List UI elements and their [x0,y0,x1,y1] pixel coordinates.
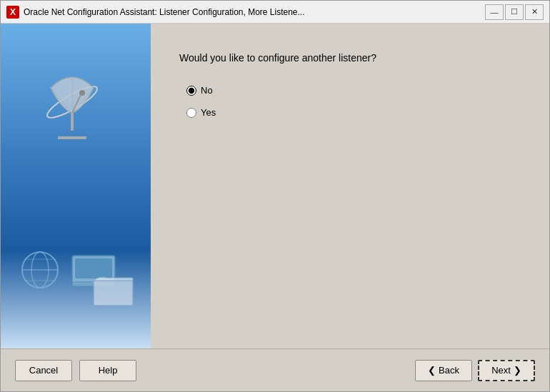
no-radio[interactable] [186,86,196,96]
footer-right-buttons: ❮ Back Next ❯ [415,360,535,381]
satellite-dish-illustration [29,59,122,152]
window-controls: — ☐ ✕ [485,4,544,20]
svg-rect-16 [75,258,112,278]
illustration-panel [1,24,151,348]
help-button[interactable]: Help [79,360,136,381]
content-area: Would you like to configure another list… [1,24,549,348]
next-button[interactable]: Next ❯ [478,360,535,381]
next-label: Next [491,365,511,376]
listener-options-group: No Yes [186,85,521,118]
maximize-button[interactable]: ☐ [505,4,524,20]
back-chevron-icon: ❮ [428,365,436,376]
yes-option-text: Yes [201,107,216,118]
footer-bar: Cancel Help ❮ Back Next ❯ [1,348,549,391]
svg-rect-19 [94,281,133,306]
minimize-button[interactable]: — [485,4,504,20]
cancel-button[interactable]: Cancel [15,360,72,381]
svg-point-9 [79,90,85,96]
back-button[interactable]: ❮ Back [415,360,472,381]
close-button[interactable]: ✕ [525,4,544,20]
back-label: Back [439,365,459,376]
yes-option-label[interactable]: Yes [186,107,521,118]
no-option-text: No [201,85,213,96]
main-content-panel: Would you like to configure another list… [151,24,549,348]
no-option-label[interactable]: No [186,85,521,96]
title-bar: X Oracle Net Configuration Assistant: Li… [1,1,549,24]
svg-text:X: X [10,7,16,17]
main-window: X Oracle Net Configuration Assistant: Li… [0,0,550,392]
yes-radio[interactable] [186,108,196,118]
next-chevron-icon: ❯ [514,365,521,376]
app-icon: X [6,6,19,19]
tech-items-illustration [15,213,136,306]
question-label: Would you like to configure another list… [179,52,521,64]
window-title: Oracle Net Configuration Assistant: List… [24,7,485,17]
footer-left-buttons: Cancel Help [15,360,136,381]
